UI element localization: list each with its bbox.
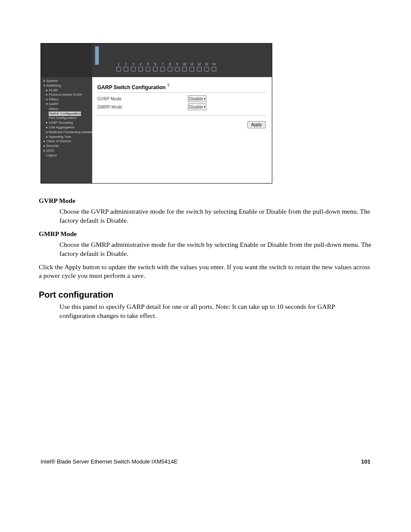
port-indicator-icon — [124, 67, 128, 72]
port-indicator-icon — [204, 67, 209, 72]
nav-item-spanning[interactable]: ▸ Spanning Tree — [44, 135, 91, 140]
port-number-row: 1 2 3 4 5 6 7 8 9 10 11 12 13 14 — [116, 62, 216, 65]
config-main-panel: GARP Switch Configuration ? GVRP Mode Di… — [92, 77, 272, 183]
footer-page-number: 101 — [361, 458, 371, 465]
port-indicator-icon — [182, 67, 187, 72]
nav-sidebar: ▸ System ▾ Switching ▸ VLAN ▸ Protocol-b… — [41, 77, 92, 183]
port-number: 8 — [168, 62, 172, 65]
help-icon[interactable]: ? — [167, 83, 170, 88]
nav-item-igmp[interactable]: ▸ IGMP Snooping — [44, 121, 91, 125]
nav-item-port-config[interactable]: Port Configuration — [44, 116, 91, 121]
nav-item-system[interactable]: ▸ System — [44, 79, 91, 84]
panel-title: GARP Switch Configuration ? — [97, 83, 267, 90]
port-number: 7 — [160, 62, 165, 65]
definition-term-gvrp: GVRP Mode — [39, 196, 372, 205]
port-indicator-icon — [190, 67, 194, 72]
port-number: 12 — [197, 62, 202, 65]
blade-module-icon — [95, 46, 99, 65]
port-indicator-icon — [131, 67, 136, 72]
definition-desc-gmrp: Choose the GMRP administrative mode for … — [59, 240, 372, 258]
nav-item-mfd[interactable]: ▸ Multicast Forwarding Database — [44, 130, 91, 135]
port-indicator-icon — [197, 67, 202, 72]
nav-item-cos[interactable]: ▸ Class of Service — [44, 139, 91, 144]
port-indicator-icon — [212, 67, 216, 72]
gvrp-mode-label: GVRP Mode — [97, 96, 188, 101]
nav-item-protocol-vlan[interactable]: ▸ Protocol-based VLAN — [44, 93, 91, 97]
apply-button[interactable]: Apply — [247, 121, 266, 128]
gmrp-mode-select[interactable]: Disable▾ — [188, 103, 206, 110]
nav-item-vlan[interactable]: ▸ VLAN — [44, 88, 91, 93]
port-number: 14 — [212, 62, 216, 65]
definition-desc-gvrp: Choose the GVRP administrative mode for … — [59, 207, 372, 225]
definition-term-gmrp: GMRP Mode — [39, 230, 372, 239]
port-number: 6 — [153, 62, 158, 65]
port-number: 4 — [138, 62, 143, 65]
apply-instruction-paragraph: Click the Apply button to update the swi… — [39, 263, 372, 281]
nav-item-filters[interactable]: ▸ Filters — [44, 97, 91, 102]
port-indicator-icon — [138, 67, 143, 72]
garp-switch-config-screenshot: 1 2 3 4 5 6 7 8 9 10 11 12 13 14 — [40, 43, 272, 184]
port-indicator-icon — [116, 67, 121, 72]
nav-item-logout[interactable]: Logout — [44, 153, 91, 158]
port-number: 2 — [124, 62, 128, 65]
nav-item-switch-config[interactable]: Switch Configuration — [44, 112, 91, 116]
nav-item-garp[interactable]: ▾ GARP — [44, 102, 91, 107]
page-footer: Intel® Blade Server Ethernet Switch Modu… — [39, 458, 372, 465]
nav-item-link-agg[interactable]: ▸ Link Aggregation — [44, 125, 91, 130]
nav-item-qos[interactable]: ▸ QOS — [44, 149, 91, 153]
nav-item-security[interactable]: ▸ Security — [44, 144, 91, 149]
port-indicator-icon — [153, 67, 158, 72]
port-indicator-icon — [146, 67, 150, 72]
port-number: 3 — [131, 62, 136, 65]
gvrp-mode-select[interactable]: Disable▾ — [188, 95, 206, 102]
nav-item-switching[interactable]: ▾ Switching — [44, 84, 91, 88]
divider — [97, 92, 267, 93]
port-indicator-row — [116, 67, 216, 72]
port-number: 11 — [190, 62, 194, 65]
section-body-port-config: Use this panel to specify GARP detail fo… — [59, 302, 372, 320]
port-indicator-icon — [168, 67, 172, 72]
divider — [97, 115, 267, 116]
port-number: 13 — [204, 62, 209, 65]
port-number: 1 — [116, 62, 121, 65]
chevron-down-icon: ▾ — [204, 97, 206, 101]
gmrp-mode-label: GMRP Mode — [97, 105, 188, 109]
footer-product-name: Intel® Blade Server Ethernet Switch Modu… — [40, 458, 177, 465]
port-number: 9 — [175, 62, 180, 65]
port-indicator-icon — [160, 67, 165, 72]
section-heading-port-config: Port configuration — [39, 290, 372, 300]
port-indicator-icon — [175, 67, 180, 72]
port-number: 10 — [182, 62, 187, 65]
port-number: 5 — [146, 62, 150, 65]
chevron-down-icon: ▾ — [204, 105, 206, 109]
nav-item-status[interactable]: Status — [44, 107, 91, 112]
